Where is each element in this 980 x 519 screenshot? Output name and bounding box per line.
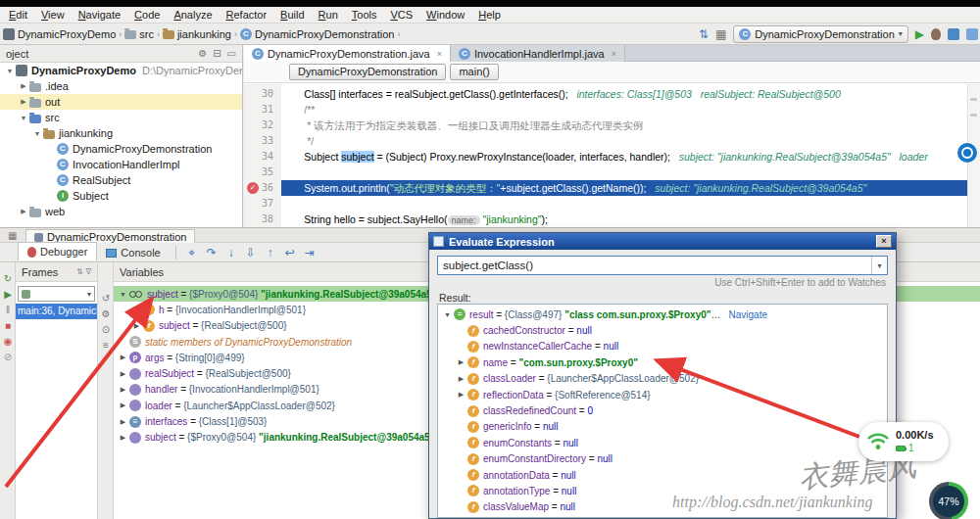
result-row[interactable]: ▼=result = {Class@497} "class com.sun.pr… bbox=[438, 307, 887, 322]
expand-arrow-icon[interactable]: ▶ bbox=[118, 370, 128, 378]
project-tree-item[interactable]: ▶web bbox=[0, 204, 242, 219]
close-icon[interactable]: × bbox=[876, 235, 892, 248]
editor-tab[interactable]: CDynamicProxyDemonstration.java× bbox=[244, 45, 451, 62]
result-row[interactable]: fcachedConstructor = null bbox=[438, 322, 887, 338]
result-row[interactable]: fnewInstanceCallerCache = null bbox=[438, 339, 887, 354]
resume-icon[interactable]: ▶ bbox=[0, 289, 16, 300]
project-tree-item[interactable]: CDynamicProxyDemonstration bbox=[0, 141, 242, 157]
result-row[interactable]: ▶fclassLoader = {Launcher$AppClassLoader… bbox=[438, 371, 887, 387]
expand-arrow-icon[interactable]: ▼ bbox=[442, 311, 453, 318]
expand-arrow-icon[interactable]: ▶ bbox=[131, 322, 142, 330]
tab-console[interactable]: Console bbox=[97, 244, 169, 262]
expand-arrow-icon[interactable]: ▶ bbox=[118, 401, 128, 409]
force-step-into-icon[interactable]: ⇩ bbox=[241, 246, 261, 260]
code-line[interactable]: 33 */ bbox=[244, 133, 980, 149]
code-editor[interactable]: 30 Class[] interfaces = realSubject.getC… bbox=[244, 84, 980, 227]
editor-breadcrumb-chip[interactable]: main() bbox=[450, 64, 498, 80]
navigate-link[interactable]: Navigate bbox=[729, 309, 767, 320]
close-icon[interactable]: × bbox=[437, 49, 442, 59]
code-line[interactable]: 30 Class[] interfaces = realSubject.getC… bbox=[244, 86, 980, 102]
expand-arrow-icon[interactable]: ▼ bbox=[31, 130, 43, 137]
project-tree-item[interactable]: ▼DynamicProxyDemoD:\DynamicProxyDemo bbox=[0, 63, 242, 78]
sort-icon[interactable]: ⇅ bbox=[76, 267, 83, 276]
project-tree-item[interactable]: ▶.idea bbox=[0, 78, 242, 94]
menu-item-navigate[interactable]: Navigate bbox=[72, 9, 127, 21]
expression-dropdown-icon[interactable]: ▾ bbox=[871, 257, 887, 274]
collapse-all-icon[interactable]: ⊟ bbox=[213, 48, 220, 59]
tab-debugger[interactable]: Debugger bbox=[18, 242, 97, 260]
project-tree-item[interactable]: CInvocationHandlerImpl bbox=[0, 157, 242, 172]
frame-item[interactable]: main:36, DynamicProx bbox=[16, 304, 97, 319]
breakpoint-icon[interactable]: ✓ bbox=[247, 182, 259, 194]
code-line[interactable]: 36✓ System.out.println("动态代理对象的类型："+subj… bbox=[244, 180, 980, 196]
expand-arrow-icon[interactable]: ▼ bbox=[18, 115, 29, 121]
project-tree-item[interactable]: ▼src bbox=[0, 110, 242, 125]
close-icon[interactable]: × bbox=[612, 49, 616, 59]
settings-gear-icon[interactable]: ⚙ bbox=[198, 48, 207, 59]
expand-arrow-icon[interactable]: ▶ bbox=[131, 306, 142, 313]
code-line[interactable]: 31 /** bbox=[244, 102, 980, 118]
profiler-icon[interactable] bbox=[966, 28, 978, 40]
menu-item-help[interactable]: Help bbox=[471, 9, 508, 21]
expand-arrow-icon[interactable]: ▶ bbox=[118, 418, 128, 426]
stop-icon[interactable]: ■ bbox=[0, 320, 16, 331]
filter-icon[interactable]: ∇ bbox=[86, 267, 91, 276]
tool-window-icon[interactable]: ▦ bbox=[8, 230, 17, 241]
editor-tab[interactable]: CInvocationHandlerImpl.java× bbox=[451, 45, 625, 62]
hide-panel-icon[interactable]: ▭ bbox=[227, 48, 236, 59]
run-to-cursor-icon[interactable]: ⇥ bbox=[300, 246, 319, 260]
result-row[interactable]: ▶fname = "com.sun.proxy.$Proxy0" bbox=[438, 354, 887, 370]
menu-item-view[interactable]: View bbox=[34, 9, 72, 21]
menu-item-code[interactable]: Code bbox=[127, 9, 167, 21]
code-line[interactable]: 38 String hello = subject.SayHello(name:… bbox=[244, 212, 980, 227]
menu-item-refactor[interactable]: Refactor bbox=[220, 9, 274, 21]
step-over-icon[interactable]: ↷ bbox=[202, 246, 221, 260]
menu-item-tools[interactable]: Tools bbox=[345, 9, 384, 21]
menu-item-edit[interactable]: Edit bbox=[2, 9, 34, 21]
expand-arrow-icon[interactable]: ▶ bbox=[456, 391, 466, 399]
result-row[interactable]: ▶freflectionData = {SoftReference@514} bbox=[438, 387, 887, 402]
breadcrumb-item[interactable]: DynamicProxyDemo bbox=[3, 28, 116, 40]
project-tree-item[interactable]: ISubject bbox=[0, 188, 242, 204]
code-line[interactable]: 37 bbox=[244, 196, 980, 212]
expression-input[interactable]: subject.getClass() ▾ bbox=[437, 256, 888, 275]
breadcrumb-item[interactable]: jiankunking bbox=[163, 28, 231, 40]
restore-layout-icon[interactable]: ↺ bbox=[98, 293, 114, 304]
breadcrumb-item[interactable]: CDynamicProxyDemonstration bbox=[240, 28, 394, 40]
net-speed-widget[interactable]: 0.00K/s 1 bbox=[858, 422, 949, 461]
menu-item-run[interactable]: Run bbox=[312, 9, 345, 21]
project-tree-item[interactable]: ▶out bbox=[0, 94, 242, 110]
run-button[interactable]: ▶ bbox=[915, 27, 924, 41]
step-out-icon[interactable]: ↑ bbox=[261, 246, 280, 260]
rerun-icon[interactable]: ↻ bbox=[0, 273, 16, 284]
dialog-title-bar[interactable]: Evaluate Expression × bbox=[429, 233, 896, 250]
debug-button[interactable] bbox=[931, 28, 941, 40]
view-breakpoints-icon[interactable]: ◉ bbox=[0, 336, 16, 347]
expand-arrow-icon[interactable]: ▶ bbox=[118, 354, 128, 361]
expand-arrow-icon[interactable]: ▶ bbox=[18, 208, 29, 215]
update-project-icon[interactable]: ⇅ bbox=[699, 27, 709, 41]
coverage-icon[interactable] bbox=[948, 28, 959, 40]
menu-item-analyze[interactable]: Analyze bbox=[167, 9, 219, 21]
breadcrumb-item[interactable]: src bbox=[124, 28, 154, 40]
show-execution-point-icon[interactable]: ⌖ bbox=[182, 246, 202, 260]
project-structure-icon[interactable]: ▦ bbox=[715, 27, 726, 41]
settings-gear-icon[interactable]: ⚙ bbox=[98, 308, 114, 319]
code-line[interactable]: 32 * 该方法用于为指定类装载器、一组接口及调用处理器生成动态代理类实例 bbox=[244, 118, 980, 133]
editor-breadcrumb-chip[interactable]: DynamicProxyDemonstration bbox=[289, 64, 446, 80]
menu-item-window[interactable]: Window bbox=[419, 9, 471, 21]
menu-item-vcs[interactable]: VCS bbox=[383, 9, 419, 21]
code-line[interactable]: 34 Subject subject = (Subject) Proxy.new… bbox=[244, 149, 980, 165]
expand-arrow-icon[interactable]: ▶ bbox=[456, 375, 466, 383]
result-row[interactable]: fenumConstants = null bbox=[438, 435, 887, 450]
result-row[interactable]: fclassRedefinedCount = 0 bbox=[438, 402, 887, 418]
run-config-select[interactable]: C DynamicProxyDemonstration ▾ bbox=[733, 25, 907, 43]
thread-dump-icon[interactable]: ≡ bbox=[98, 340, 114, 351]
step-into-icon[interactable]: ↓ bbox=[221, 246, 241, 260]
expand-arrow-icon[interactable]: ▶ bbox=[456, 358, 466, 366]
settings-wheel-icon[interactable] bbox=[957, 143, 977, 163]
expand-arrow-icon[interactable]: ▼ bbox=[4, 68, 16, 74]
thread-selector[interactable]: ▾ bbox=[18, 286, 95, 302]
menu-item-build[interactable]: Build bbox=[273, 9, 311, 21]
expand-arrow-icon[interactable]: ▼ bbox=[118, 291, 128, 298]
